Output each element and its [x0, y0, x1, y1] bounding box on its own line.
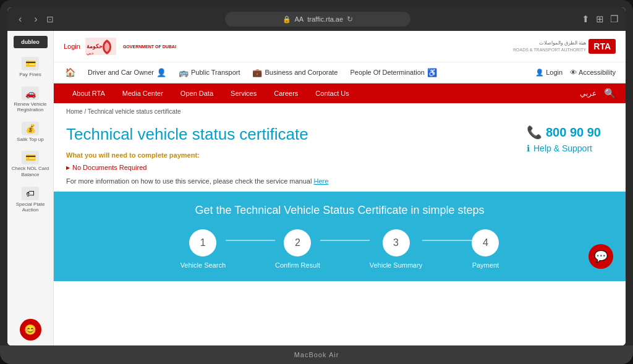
- step-1-circle: 1: [189, 229, 216, 256]
- sub-navigation: About RTA Media Center Open Data Service…: [54, 83, 626, 103]
- subnav-about-rta[interactable]: About RTA: [64, 83, 114, 103]
- header-left-group: Login حكومة دبي GOVERNMENT O: [64, 35, 176, 58]
- nav-driver-car[interactable]: Driver and Car Owner 👤: [87, 66, 168, 80]
- nav-business-corporate[interactable]: 💼 Business and Corporate: [251, 66, 339, 80]
- bookmark-icon[interactable]: ⊡: [46, 14, 54, 24]
- browser-action-group: ⬆ ⊞ ❒: [582, 14, 618, 25]
- step-3: 3 Vehicle Summary: [370, 229, 423, 269]
- nav-home[interactable]: 🏠: [64, 65, 77, 80]
- chat-icon: 😊: [24, 324, 36, 336]
- main-content-area: Login حكومة دبي GOVERNMENT O: [54, 31, 626, 345]
- business-corporate-label: Business and Corporate: [265, 69, 338, 76]
- chat-button[interactable]: 😊: [20, 319, 41, 341]
- nav-accessibility[interactable]: 👁 Accessibility: [570, 69, 616, 76]
- sidebar-nol-label: Check NOL Card Balance: [10, 166, 51, 177]
- website-content: dubleo 💳 Pay Fines 🚗 Renew Vehicle Regis…: [7, 31, 626, 345]
- determination-label: People Of Determination: [350, 69, 424, 76]
- sidebar-item-pay-fines[interactable]: 💳 Pay Fines: [7, 53, 53, 82]
- sidebar-item-salik[interactable]: 💰 Salik Top up: [7, 118, 53, 146]
- step-3-circle: 3: [383, 229, 410, 256]
- subnav-media-center[interactable]: Media Center: [114, 83, 172, 103]
- rta-arabic-text: هيئة الطرق والمواصلات ROADS & TRANSPORT …: [513, 40, 586, 52]
- back-button[interactable]: ‹: [15, 12, 25, 26]
- nav-people-determination[interactable]: People Of Determination ♿: [349, 66, 438, 80]
- arabic-toggle[interactable]: عربي: [580, 89, 597, 98]
- laptop-bottom-bar: MacBook Air: [0, 345, 633, 364]
- quick-access-sidebar: dubleo 💳 Pay Fines 🚗 Renew Vehicle Regis…: [7, 31, 54, 345]
- subnav-contact-us[interactable]: Contact Us: [307, 83, 357, 103]
- steps-banner: Get the Technical Vehicle Status Certifi…: [54, 192, 626, 281]
- step-1-label: Vehicle Search: [181, 261, 226, 269]
- determination-icon: ♿: [427, 68, 437, 77]
- service-info-text: For more information on how to use this …: [66, 176, 514, 187]
- step-4-circle: 4: [472, 229, 499, 256]
- refresh-icon[interactable]: ↻: [347, 15, 353, 23]
- lock-icon: 🔒: [283, 15, 291, 23]
- browser-chrome: ‹ › ⊡ 🔒 AA traffic.rta.ae ↻ ⬆ ⊞ ❒: [7, 7, 626, 31]
- business-icon: 💼: [252, 68, 262, 77]
- phone-number: 📞 800 90 90: [527, 125, 613, 140]
- public-transport-label: Public Transport: [191, 69, 240, 76]
- laptop-brand-label: MacBook Air: [294, 351, 339, 358]
- breadcrumb-home[interactable]: Home: [66, 108, 83, 115]
- url-bar[interactable]: 🔒 AA traffic.rta.ae ↻: [225, 12, 410, 27]
- sidebar-salik-label: Salik Top up: [17, 137, 43, 143]
- share-icon[interactable]: ⬆: [582, 14, 590, 25]
- chat-bubble-icon: 💬: [594, 250, 608, 263]
- forward-button[interactable]: ›: [30, 12, 41, 26]
- accessibility-icon: 👁: [570, 69, 577, 76]
- url-text: traffic.rta.ae: [307, 15, 343, 23]
- step-2-circle: 2: [284, 229, 311, 256]
- step-1: 1 Vehicle Search: [181, 229, 226, 269]
- transport-icon: 🚌: [179, 68, 189, 77]
- step-line-1: [226, 240, 275, 241]
- renew-vehicle-icon: 🚗: [22, 87, 39, 100]
- no-docs-label: No Documents Required: [66, 164, 514, 171]
- phone-number-text: 800 90 90: [546, 125, 601, 140]
- pay-fines-icon: 💳: [22, 57, 39, 70]
- header-right-group: هيئة الطرق والمواصلات ROADS & TRANSPORT …: [513, 39, 616, 54]
- login-link-top[interactable]: Login: [64, 43, 80, 50]
- help-label: Help & Support: [533, 143, 592, 153]
- nav-public-transport[interactable]: 🚌 Public Transport: [177, 66, 241, 80]
- sidebar-item-special-plate[interactable]: 🏷 Special Plate Auction: [7, 183, 53, 217]
- subnav-careers[interactable]: Careers: [265, 83, 307, 103]
- tabs-icon[interactable]: ❒: [610, 14, 618, 25]
- svg-text:دبي: دبي: [87, 51, 93, 56]
- salik-icon: 💰: [22, 122, 39, 135]
- nav-login[interactable]: 👤 Login: [535, 69, 563, 77]
- floating-chat-button[interactable]: 💬: [588, 244, 613, 269]
- page-content: Home / Technical vehicle status certific…: [54, 103, 626, 345]
- rta-logo: هيئة الطرق والمواصلات ROADS & TRANSPORT …: [513, 39, 616, 54]
- main-section: Technical vehicle status certificate Wha…: [54, 120, 626, 192]
- here-link[interactable]: Here: [313, 177, 328, 185]
- nol-icon: 💳: [22, 151, 39, 164]
- step-line-2: [320, 240, 370, 241]
- new-tab-icon[interactable]: ⊞: [596, 14, 604, 25]
- search-button[interactable]: 🔍: [604, 88, 616, 99]
- step-2: 2 Confirm Result: [275, 229, 320, 269]
- phone-icon: 📞: [527, 125, 542, 140]
- step-4-label: Payment: [472, 261, 499, 269]
- step-3-label: Vehicle Summary: [370, 261, 423, 269]
- subnav-services[interactable]: Services: [222, 83, 265, 103]
- home-icon: 🏠: [65, 67, 75, 77]
- main-nav: 🏠 Driver and Car Owner 👤 🚌 Public Transp…: [54, 62, 626, 83]
- svg-text:حكومة: حكومة: [87, 43, 103, 50]
- step-line-3: [422, 240, 472, 241]
- special-plate-icon: 🏷: [22, 187, 39, 200]
- nav-login-label: Login: [546, 69, 563, 76]
- gov-label: GOVERNMENT OF DUBAI: [123, 44, 176, 49]
- help-support[interactable]: ℹ Help & Support: [527, 143, 613, 153]
- sidebar-item-nol[interactable]: 💳 Check NOL Card Balance: [7, 147, 53, 181]
- page-title: Technical vehicle status certificate: [66, 125, 514, 144]
- dubleo-logo: dubleo: [14, 36, 48, 48]
- gov-dubai-logo: حكومة دبي GOVERNMENT OF DUBAI: [85, 35, 176, 58]
- step-4: 4 Payment: [472, 229, 499, 269]
- sidebar-item-renew-vehicle[interactable]: 🚗 Renew Vehicle Registration: [7, 83, 53, 117]
- content-left: Technical vehicle status certificate Wha…: [66, 125, 514, 187]
- step-2-label: Confirm Result: [275, 261, 320, 269]
- accessibility-label: Accessibility: [579, 69, 616, 76]
- breadcrumb: Home / Technical vehicle status certific…: [54, 103, 626, 120]
- subnav-open-data[interactable]: Open Data: [172, 83, 222, 103]
